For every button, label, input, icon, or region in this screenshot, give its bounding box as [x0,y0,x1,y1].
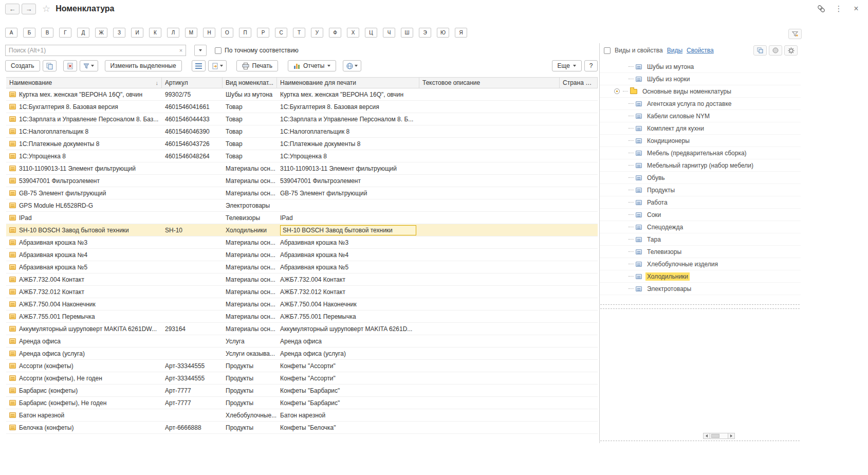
alphabet-button-К[interactable]: К [149,28,161,38]
table-row[interactable]: Батон нарезнойХлебобулочные...Батон наре… [6,409,598,422]
kebab-menu-icon[interactable]: ⋮ [834,4,843,13]
search-input[interactable] [6,47,176,54]
table-row[interactable]: 1С:Налогоплательщик 84601546046390Товар1… [6,125,598,138]
alphabet-button-Ж[interactable]: Ж [95,28,107,38]
print-button[interactable]: Печать [236,60,278,71]
column-header-3[interactable]: Наименование для печати [277,78,419,88]
print-name-edit-field[interactable]: SH-10 BOSCH Завод бытовой техники [280,225,416,235]
favorite-star-icon[interactable]: ☆ [42,3,50,14]
compare-kinds-button[interactable] [753,45,767,56]
table-row[interactable]: 1С:Упрощенка 84601546048264Товар1С:Упрощ… [6,150,598,162]
table-row[interactable]: Белочка (конфеты)Арт-6666888ПродуктыКонф… [6,422,598,434]
alphabet-button-Л[interactable]: Л [167,28,179,38]
form-settings-button[interactable] [788,29,802,39]
alphabet-button-Ч[interactable]: Ч [383,28,395,38]
alphabet-button-Р[interactable]: Р [257,28,269,38]
alphabet-button-С[interactable]: С [275,28,287,38]
table-row[interactable]: 1С:Платежные документы 84601546043726Тов… [6,138,598,150]
send-button[interactable] [343,60,361,71]
tree-item[interactable]: Комплект для кухни [600,122,801,135]
table-row[interactable]: Куртка мех. женская "ВЕРОНА 16Q", овчин9… [6,88,598,101]
kinds-link[interactable]: Виды [667,47,682,54]
properties-link[interactable]: Свойства [687,47,714,54]
alphabet-button-Х[interactable]: Х [347,28,359,38]
scroll-right-button[interactable] [728,433,735,439]
column-header-1[interactable]: Артикул [162,78,223,88]
table-row[interactable]: Барбарис (конфеты)Арт-7777ПродуктыКонфет… [6,385,598,397]
table-row[interactable]: АЖБ7.750.004 НаконечникМатериалы осн...А… [6,298,598,310]
scroll-left-button[interactable] [703,433,710,439]
table-row[interactable]: АЖБ7.755.001 ПеремычкаМатериалы осн...АЖ… [6,310,598,323]
help-button[interactable]: ? [584,60,598,71]
table-row[interactable]: GB-75 Элемент фильтрующийМатериалы осн..… [6,187,598,199]
output-list-button[interactable] [208,60,227,71]
exact-match-checkbox[interactable] [215,47,221,54]
panel-splitter[interactable] [600,304,800,305]
reports-button[interactable]: Отчеты [288,60,336,71]
alphabet-button-Н[interactable]: Н [203,28,215,38]
tree-item[interactable]: Обувь [600,172,801,184]
table-row[interactable]: Барбарис (конфеты), Не годенАрт-7777Прод… [6,397,598,409]
alphabet-button-М[interactable]: М [185,28,197,38]
tree-item[interactable]: Кабели силовые NYM [600,110,801,122]
column-header-4[interactable]: Текстовое описание [419,78,560,88]
table-row[interactable]: АЖБ7.732.012 КонтактМатериалы осн...АЖБ7… [6,286,598,298]
tree-item[interactable]: Шубы из мутона [600,61,801,73]
table-row[interactable]: GPS Module HL6528RD-GЭлектротовары [6,199,598,212]
tree-item[interactable]: Основные виды номенклатуры [600,85,801,98]
table-row[interactable]: SH-10 BOSCH Завод бытовой техникиSH-10Хо… [6,224,598,236]
tree-item[interactable]: Агентская услуга по доставке [600,98,801,110]
list-view-button[interactable] [192,60,206,71]
table-row[interactable]: Ассорти (конфеты), Не годенАрт-33344555П… [6,372,598,385]
alphabet-button-А[interactable]: А [5,28,17,38]
table-row[interactable]: Абразивная крошка №4Материалы осн...Абра… [6,249,598,261]
forward-button[interactable]: → [22,4,36,14]
expander-icon[interactable] [614,88,620,94]
tree-item[interactable]: Кондиционеры [600,135,801,147]
alphabet-button-О[interactable]: О [221,28,233,38]
sphere-button[interactable] [769,45,782,56]
search-options-dropdown[interactable] [194,45,207,56]
panel-settings-button[interactable] [784,45,798,56]
table-row[interactable]: IPadТелевизорыIPad [6,212,598,224]
scrollbar-thumb[interactable] [711,434,719,438]
table-row[interactable]: Аренда офисаУслугаАренда офиса [6,335,598,348]
search-clear-icon[interactable]: × [176,45,186,56]
horizontal-scrollbar[interactable] [703,432,735,439]
tree-item[interactable]: Мебель (предварительная сборка) [600,147,801,159]
alphabet-button-В[interactable]: В [41,28,53,38]
tree-item[interactable]: Телевизоры [600,246,801,258]
tree-item[interactable]: Тара [600,233,801,246]
table-row[interactable]: Аккумуляторный шуруповерт MAKITA 6261DW.… [6,323,598,335]
more-button[interactable]: Еще [552,60,582,71]
alphabet-button-Д[interactable]: Д [77,28,89,38]
column-header-0[interactable]: Наименование↓ [6,78,162,88]
table-row[interactable]: 539047001 ФильтроэлементМатериалы осн...… [6,175,598,187]
alphabet-button-З[interactable]: З [113,28,125,38]
kinds-filter-checkbox[interactable] [604,47,611,54]
table-row[interactable]: Абразивная крошка №5Материалы осн...Абра… [6,261,598,273]
create-button[interactable]: Создать [5,60,40,71]
back-button[interactable]: ← [5,4,20,14]
scrollbar-track[interactable] [710,433,728,439]
alphabet-button-Т[interactable]: Т [293,28,305,38]
alphabet-button-Ю[interactable]: Ю [437,28,449,38]
configure-list-button[interactable] [80,60,98,71]
table-row[interactable]: Ассорти (конфеты)Арт-33344555ПродуктыКон… [6,360,598,372]
tree-item[interactable]: Мебельный гарнитур (набор мебели) [600,159,801,172]
alphabet-button-Ш[interactable]: Ш [401,28,413,38]
alphabet-button-Я[interactable]: Я [455,28,467,38]
create-by-copy-button[interactable] [43,60,57,71]
alphabet-button-Г[interactable]: Г [59,28,71,38]
alphabet-button-Ц[interactable]: Ц [365,28,377,38]
table-row[interactable]: Абразивная крошка №3Материалы осн...Абра… [6,236,598,249]
deletion-mark-button[interactable] [63,60,77,71]
alphabet-button-У[interactable]: У [311,28,323,38]
alphabet-button-И[interactable]: И [131,28,143,38]
tree-item[interactable]: Соки [600,209,801,221]
tree-item[interactable]: Спецодежда [600,221,801,233]
tree-item[interactable]: Электротовары [600,283,801,295]
table-row[interactable]: 3110-1109013-11 Элемент фильтрующийМатер… [6,162,598,175]
column-header-5[interactable]: Страна прои... [560,78,598,88]
alphabet-button-Э[interactable]: Э [419,28,431,38]
